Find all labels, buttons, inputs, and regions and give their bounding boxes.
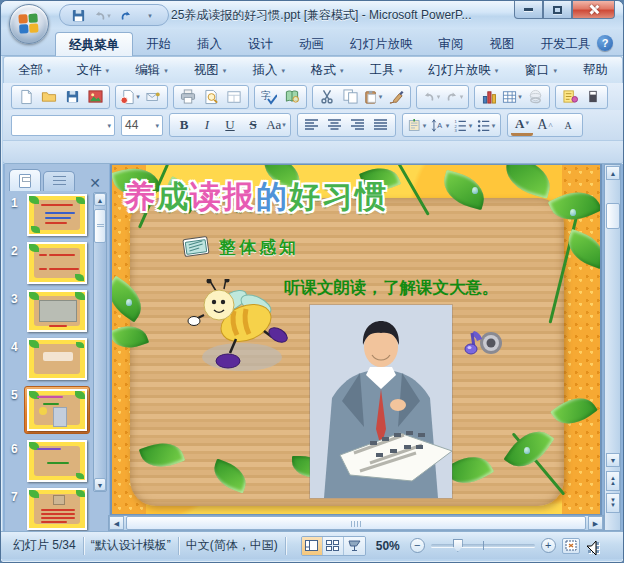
undo-dropdown-icon[interactable]: ▾ xyxy=(107,12,111,19)
align-center-button[interactable] xyxy=(324,115,346,136)
font-size-combo[interactable]: 44 ▾ xyxy=(121,115,163,136)
redo-button[interactable] xyxy=(116,6,136,24)
scroll-up-icon[interactable]: ▲ xyxy=(606,166,620,180)
page-setup-button[interactable] xyxy=(223,86,245,107)
save-as-picture-button[interactable] xyxy=(84,86,106,107)
slide-title[interactable]: 养 成 读 报 的 好 习 惯 xyxy=(124,176,386,218)
align-right-button[interactable] xyxy=(347,115,369,136)
slide-show-button[interactable] xyxy=(344,537,365,555)
next-slide-button[interactable]: ▼ ▼ xyxy=(606,493,620,513)
slide-sorter-button[interactable] xyxy=(323,537,344,555)
vertical-scrollbar[interactable]: ▲ ▼ ▲ ▲ ▼ ▼ xyxy=(604,164,621,531)
close-button[interactable] xyxy=(572,1,615,19)
man-reading-newspaper-image[interactable] xyxy=(310,305,452,498)
help-button[interactable]: ? xyxy=(597,35,613,51)
research-button[interactable] xyxy=(281,86,303,107)
zoom-slider-thumb[interactable] xyxy=(453,539,463,552)
bold-button[interactable]: B xyxy=(173,115,195,136)
previous-slide-button[interactable]: ▲ ▲ xyxy=(606,471,620,491)
slide-thumbnail[interactable] xyxy=(27,290,87,332)
slide-body-text[interactable]: 听课文朗读，了解课文大意。 xyxy=(284,277,499,299)
menu-all[interactable]: 全部▾ xyxy=(18,62,51,79)
shrink-font-button[interactable]: A xyxy=(557,115,579,136)
menu-insert[interactable]: 插入▾ xyxy=(252,62,285,79)
scroll-left-icon[interactable]: ◀ xyxy=(109,516,124,530)
clipped-button[interactable] xyxy=(582,86,604,107)
design-template-name[interactable]: “默认设计模板” xyxy=(91,537,171,554)
chart-button[interactable] xyxy=(478,86,500,107)
save-button[interactable] xyxy=(68,6,88,24)
menu-window[interactable]: 窗口▾ xyxy=(524,62,557,79)
maximize-button[interactable] xyxy=(543,1,572,19)
undo-button-toolbar[interactable]: ▾ xyxy=(420,86,442,107)
print-button[interactable] xyxy=(177,86,199,107)
line-spacing-button[interactable]: A▾ xyxy=(429,115,451,136)
slide-indicator[interactable]: 幻灯片 5/34 xyxy=(13,537,76,554)
insert-table-button[interactable]: ▾ xyxy=(501,86,523,107)
cut-button[interactable] xyxy=(316,86,338,107)
tab-slideshow[interactable]: 幻灯片放映 xyxy=(337,32,426,56)
bullets-button[interactable]: ▾ xyxy=(475,115,497,136)
hyperlink-button[interactable] xyxy=(524,86,546,107)
slide-canvas[interactable]: 养 成 读 报 的 好 习 惯 整体感知 听课文朗读，了解课文大意。 xyxy=(112,165,600,514)
language-indicator[interactable]: 中文(简体，中国) xyxy=(186,537,278,554)
tab-insert[interactable]: 插入 xyxy=(184,32,235,56)
menu-format[interactable]: 格式▾ xyxy=(311,62,344,79)
slide-thumbnail[interactable] xyxy=(27,242,87,284)
slide-thumbnail[interactable] xyxy=(27,488,87,530)
scroll-down-icon[interactable]: ▼ xyxy=(606,453,620,467)
horizontal-scrollbar[interactable]: ◀ ▶ xyxy=(108,515,604,531)
mail-button[interactable] xyxy=(142,86,164,107)
tab-view[interactable]: 视图 xyxy=(477,32,528,56)
new-button[interactable] xyxy=(15,86,37,107)
section-heading[interactable]: 整体感知 xyxy=(182,235,299,259)
tab-developer[interactable]: 开发工具 xyxy=(528,32,604,56)
align-left-button[interactable] xyxy=(301,115,323,136)
slide-thumbnail[interactable] xyxy=(27,338,87,380)
notes-button[interactable] xyxy=(559,86,581,107)
open-button[interactable] xyxy=(38,86,60,107)
save-button-toolbar[interactable] xyxy=(61,86,83,107)
sound-icon[interactable] xyxy=(460,325,504,361)
menu-file[interactable]: 文件▾ xyxy=(77,62,110,79)
scroll-down-icon[interactable]: ▼ xyxy=(94,478,106,491)
redo-button-toolbar[interactable]: ▾ xyxy=(443,86,465,107)
italic-button[interactable]: I xyxy=(196,115,218,136)
zoom-slider[interactable] xyxy=(431,544,535,547)
tab-home[interactable]: 开始 xyxy=(133,32,184,56)
menu-help[interactable]: 帮助 xyxy=(583,62,608,79)
vertical-scroll-thumb[interactable] xyxy=(606,203,620,229)
change-case-button[interactable]: Aa▾ xyxy=(265,115,287,136)
resize-grip[interactable] xyxy=(584,538,600,554)
menu-view[interactable]: 视图▾ xyxy=(194,62,227,79)
tab-animation[interactable]: 动画 xyxy=(286,32,337,56)
strikethrough-button[interactable]: S xyxy=(242,115,264,136)
customize-quick-access-button[interactable]: ▾ xyxy=(140,6,160,24)
tab-classic-menu[interactable]: 经典菜单 xyxy=(55,32,133,56)
slide-thumbnail[interactable] xyxy=(27,440,87,482)
close-pane-button[interactable]: ✕ xyxy=(85,175,105,191)
permission-button[interactable]: ▾ xyxy=(119,86,141,107)
copy-button[interactable] xyxy=(339,86,361,107)
menu-edit[interactable]: 编辑▾ xyxy=(135,62,168,79)
menu-slideshow[interactable]: 幻灯片放映▾ xyxy=(428,62,498,79)
horizontal-scroll-thumb[interactable] xyxy=(126,516,586,530)
justify-button[interactable] xyxy=(370,115,392,136)
sidebar-scrollbar[interactable]: ▲ ▼ xyxy=(93,192,107,492)
paste-button[interactable]: ▾ xyxy=(362,86,384,107)
bee-cartoon[interactable] xyxy=(186,279,296,389)
tab-review[interactable]: 审阅 xyxy=(426,32,477,56)
zoom-in-button[interactable]: + xyxy=(541,538,556,553)
fit-to-window-button[interactable] xyxy=(562,538,580,554)
format-painter-button[interactable] xyxy=(385,86,407,107)
normal-view-button[interactable] xyxy=(302,537,323,555)
font-color-button[interactable]: A▾ xyxy=(511,115,533,136)
print-preview-button[interactable] xyxy=(200,86,222,107)
menu-tools[interactable]: 工具▾ xyxy=(370,62,403,79)
slide-thumbnail[interactable] xyxy=(27,194,87,236)
sidebar-scroll-thumb[interactable] xyxy=(94,209,106,243)
slide-editing-area[interactable]: 养 成 读 报 的 好 习 惯 整体感知 听课文朗读，了解课文大意。 xyxy=(110,164,602,515)
scroll-right-icon[interactable]: ▶ xyxy=(588,516,603,530)
placeholder-button[interactable]: ▾ xyxy=(406,115,428,136)
tab-slides-thumbnails[interactable] xyxy=(9,169,41,191)
